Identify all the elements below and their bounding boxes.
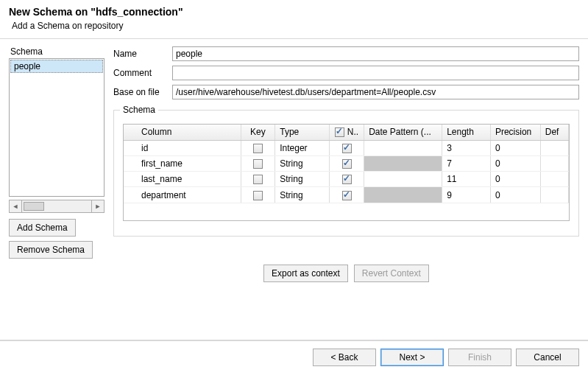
base-on-file-label: Base on file [113,87,166,97]
grid-header-row: Column Key Type N.. Date Pattern (... Le… [124,125,569,140]
cell-length[interactable]: 9 [442,187,491,203]
cell-date-pattern[interactable] [364,172,442,187]
cell-default[interactable] [540,140,568,155]
cell-date-pattern[interactable] [364,155,442,171]
cell-type[interactable]: Integer [275,140,330,155]
checkbox-icon[interactable] [253,159,263,169]
checkbox-icon[interactable] [253,175,263,184]
context-button-row: Export as context Revert Context [113,265,579,282]
name-input[interactable] [172,46,579,61]
checkbox-icon[interactable] [342,144,352,153]
cell-column[interactable]: first_name [124,155,241,171]
cell-precision[interactable]: 0 [490,187,540,203]
wizard-footer: < Back Next > Finish Cancel [0,340,588,374]
header-default[interactable]: Def [540,125,568,140]
wizard-title: New Schema on "hdfs_connection" [9,6,579,18]
cell-column[interactable]: last_name [124,172,241,187]
cell-length[interactable]: 11 [442,172,491,187]
schema-list[interactable]: people [9,58,105,197]
cell-key[interactable] [241,155,275,171]
header-date-pattern[interactable]: Date Pattern (... [364,125,442,140]
schema-group-label: Schema [120,105,158,115]
cell-key[interactable] [241,140,275,155]
schema-panel: Schema people ◄ ► Add Schema Remove Sche… [9,46,105,334]
scroll-thumb[interactable] [24,202,44,211]
cell-key[interactable] [241,172,275,187]
next-button[interactable]: Next > [380,349,444,366]
cell-column[interactable]: id [124,140,241,155]
cell-type[interactable]: String [275,155,330,171]
cell-default[interactable] [540,187,568,203]
cell-nullable[interactable] [330,155,364,171]
checkbox-icon[interactable] [335,127,344,137]
finish-button[interactable]: Finish [448,349,511,366]
cell-length[interactable]: 3 [442,140,491,155]
cell-type[interactable]: String [275,187,330,203]
back-button[interactable]: < Back [313,349,376,366]
comment-input[interactable] [172,66,579,80]
table-row[interactable]: first_nameString70 [124,155,569,171]
schema-group: Schema Column Key Type N.. Date Pattern … [113,110,579,237]
table-row[interactable]: last_nameString110 [124,172,569,187]
table-row[interactable]: departmentString90 [124,187,569,203]
cell-nullable[interactable] [330,172,364,187]
base-on-file-input[interactable] [172,85,579,99]
cell-precision[interactable]: 0 [490,172,540,187]
checkbox-icon[interactable] [342,159,352,169]
cell-length[interactable]: 7 [442,155,491,171]
scroll-left-icon[interactable]: ◄ [9,200,22,213]
cancel-button[interactable]: Cancel [516,349,579,366]
header-length[interactable]: Length [442,125,491,140]
cell-column[interactable]: department [124,187,241,203]
remove-schema-button[interactable]: Remove Schema [9,241,93,259]
add-schema-button[interactable]: Add Schema [9,219,76,237]
comment-label: Comment [113,68,166,78]
schema-grid[interactable]: Column Key Type N.. Date Pattern (... Le… [123,124,570,221]
scroll-track[interactable] [22,200,91,213]
checkbox-icon[interactable] [342,191,352,200]
cell-date-pattern[interactable] [364,187,442,203]
cell-precision[interactable]: 0 [490,140,540,155]
checkbox-icon[interactable] [253,191,263,200]
cell-precision[interactable]: 0 [490,155,540,171]
revert-context-button[interactable]: Revert Context [354,265,429,282]
form-area: Name Comment Base on file Schema Column … [113,46,579,334]
header-key[interactable]: Key [241,125,275,140]
export-as-context-button[interactable]: Export as context [263,265,348,282]
wizard-body: Schema people ◄ ► Add Schema Remove Sche… [0,39,588,340]
checkbox-icon[interactable] [342,175,352,184]
wizard-header: New Schema on "hdfs_connection" Add a Sc… [0,0,588,38]
name-label: Name [113,49,166,59]
cell-key[interactable] [241,187,275,203]
cell-date-pattern[interactable] [364,140,442,155]
schema-list-scrollbar[interactable]: ◄ ► [9,200,105,213]
cell-default[interactable] [540,172,568,187]
cell-type[interactable]: String [275,172,330,187]
cell-nullable[interactable] [330,140,364,155]
header-precision[interactable]: Precision [490,125,540,140]
cell-default[interactable] [540,155,568,171]
schema-list-item[interactable]: people [10,60,103,73]
checkbox-icon[interactable] [253,144,263,153]
schema-list-label: Schema [9,46,105,57]
header-nullable[interactable]: N.. [330,125,364,140]
wizard-subtitle: Add a Schema on repository [9,21,579,31]
table-row[interactable]: idInteger30 [124,140,569,155]
scroll-right-icon[interactable]: ► [91,200,105,213]
cell-nullable[interactable] [330,187,364,203]
header-column[interactable]: Column [124,125,241,140]
header-type[interactable]: Type [275,125,330,140]
